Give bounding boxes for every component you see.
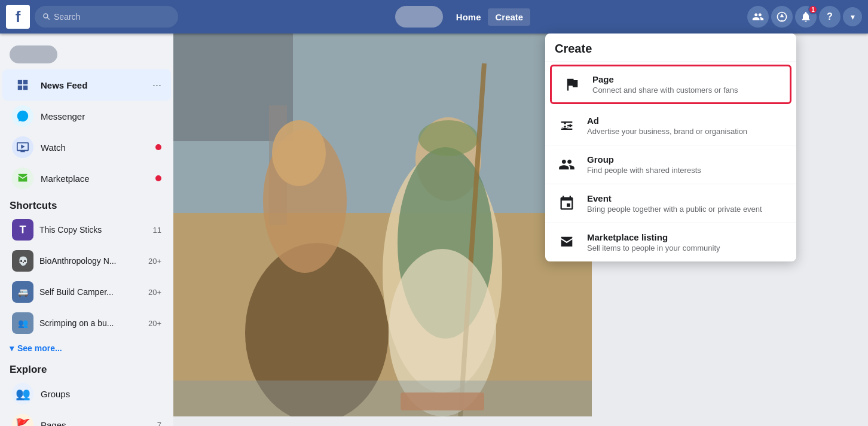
event-icon — [555, 191, 579, 215]
sidebar-item-marketplace[interactable]: Marketplace — [2, 163, 171, 194]
news-feed-options-icon[interactable]: ··· — [152, 79, 161, 92]
shortcut-sbc-name: Self Build Camper... — [39, 287, 142, 297]
shortcut-bio-name: BioAnthropology N... — [39, 256, 142, 266]
shortcut-bioanthropology[interactable]: 💀 BioAnthropology N... 20+ — [2, 245, 171, 276]
marketplace-notification-dot — [155, 175, 161, 181]
create-event-title: Event — [587, 193, 787, 203]
create-marketplace-desc: Sell items to people in your community — [587, 244, 787, 252]
shortcut-this-copy-sticks[interactable]: T This Copy Sticks 11 — [2, 214, 171, 245]
question-mark-icon: ? — [827, 11, 833, 22]
create-event-desc: Bring people together with a public or p… — [587, 205, 787, 214]
marketplace-icon — [12, 168, 33, 189]
marketplace-label: Marketplace — [41, 174, 148, 184]
create-item-ad-text: Ad Advertise your business, brand or org… — [587, 115, 787, 136]
topnav-center: Home Create — [178, 6, 747, 28]
create-page-desc: Connect and share with customers or fans — [592, 86, 781, 95]
shortcut-scrim-name: Scrimping on a bu... — [39, 318, 142, 328]
pages-icon: 🚩 — [12, 414, 33, 426]
more-menu-btn[interactable]: ▾ — [843, 7, 862, 26]
pages-count: 7 — [157, 421, 161, 427]
group-icon — [555, 153, 579, 177]
shortcut-tcs-icon: T — [12, 219, 33, 241]
create-group-desc: Find people with shared interests — [587, 166, 787, 175]
see-more-label: See more... — [17, 343, 62, 353]
create-ad-title: Ad — [587, 115, 787, 126]
search-bar[interactable] — [35, 6, 178, 28]
create-ad-desc: Advertise your business, brand or organi… — [587, 127, 787, 136]
svg-rect-15 — [173, 34, 592, 416]
messenger-label: Messenger — [41, 111, 161, 121]
shortcut-self-build-camper[interactable]: 🚐 Self Build Camper... 20+ — [2, 276, 171, 308]
shortcut-tcs-count: 11 — [153, 226, 161, 235]
groups-label: Groups — [41, 389, 161, 399]
home-link[interactable]: Home — [449, 8, 488, 26]
shortcut-scrimping[interactable]: 👥 Scrimping on a bu... 20+ — [2, 308, 171, 339]
create-item-page-text: Page Connect and share with customers or… — [592, 74, 781, 95]
messenger-icon-btn[interactable] — [771, 6, 793, 28]
sidebar-item-watch[interactable]: Watch — [2, 132, 171, 163]
marketplace-listing-icon — [555, 230, 579, 254]
notifications-icon-btn[interactable]: 1 — [795, 6, 817, 28]
top-navigation: f Home Create 1 ? — [0, 0, 868, 34]
create-item-page[interactable]: Page Connect and share with customers or… — [550, 65, 791, 104]
watch-icon — [12, 136, 33, 158]
explore-item-groups[interactable]: 👥 Groups — [2, 378, 171, 409]
messenger-icon — [12, 105, 33, 127]
feed-post-image — [173, 34, 592, 416]
facebook-logo: f — [6, 5, 30, 29]
create-dropdown-header: Create — [545, 34, 796, 62]
profile-avatar[interactable] — [10, 45, 57, 63]
topnav-actions: 1 ? ▾ — [747, 6, 862, 28]
shortcut-scrim-count: 20+ — [148, 319, 161, 328]
create-page-title: Page — [592, 74, 781, 84]
shortcut-tcs-name: This Copy Sticks — [39, 225, 147, 235]
create-item-group[interactable]: Group Find people with shared interests — [545, 145, 796, 184]
artwork-svg — [173, 34, 592, 416]
friends-icon-btn[interactable] — [747, 6, 769, 28]
user-avatar[interactable] — [395, 6, 443, 28]
sidebar-item-messenger[interactable]: Messenger — [2, 101, 171, 132]
shortcuts-label: Shortcuts — [0, 194, 173, 214]
create-item-event-text: Event Bring people together with a publi… — [587, 193, 787, 214]
create-marketplace-title: Marketplace listing — [587, 232, 787, 242]
create-link[interactable]: Create — [488, 8, 530, 26]
chevron-down-icon: ▾ — [851, 12, 855, 22]
search-input[interactable] — [54, 12, 171, 22]
create-item-group-text: Group Find people with shared interests — [587, 154, 787, 175]
search-icon — [42, 12, 50, 22]
page-icon — [560, 72, 584, 96]
create-item-marketplace-text: Marketplace listing Sell items to people… — [587, 232, 787, 252]
create-item-ad[interactable]: Ad Advertise your business, brand or org… — [545, 106, 796, 145]
artwork-background — [173, 34, 592, 416]
pages-label: Pages — [41, 420, 150, 427]
sidebar-item-news-feed[interactable]: News Feed ··· — [2, 69, 171, 101]
shortcut-scrim-icon: 👥 — [12, 312, 33, 334]
shortcut-bio-icon: 💀 — [12, 250, 33, 272]
shortcut-sbc-count: 20+ — [148, 288, 161, 297]
notification-badge: 1 — [808, 5, 818, 14]
explore-item-pages[interactable]: 🚩 Pages 7 — [2, 409, 171, 426]
see-more-shortcuts[interactable]: ▾ See more... — [0, 339, 173, 358]
left-sidebar: News Feed ··· Messenger Watch Marketplac… — [0, 34, 173, 426]
create-item-event[interactable]: Event Bring people together with a publi… — [545, 184, 796, 223]
shortcut-sbc-icon: 🚐 — [12, 281, 33, 303]
watch-label: Watch — [41, 142, 148, 153]
explore-label: Explore — [0, 358, 173, 378]
sidebar-profile — [0, 39, 173, 69]
ad-icon — [555, 114, 579, 138]
news-feed-icon — [12, 74, 33, 96]
chevron-down-small-icon: ▾ — [10, 343, 14, 353]
help-icon-btn[interactable]: ? — [819, 6, 841, 28]
news-feed-label: News Feed — [41, 80, 145, 90]
watch-notification-dot — [155, 144, 161, 150]
create-group-title: Group — [587, 154, 787, 165]
create-item-marketplace-listing[interactable]: Marketplace listing Sell items to people… — [545, 223, 796, 261]
groups-icon: 👥 — [12, 383, 33, 404]
shortcut-bio-count: 20+ — [148, 257, 161, 266]
create-dropdown: Create Page Connect and share with custo… — [545, 34, 796, 261]
